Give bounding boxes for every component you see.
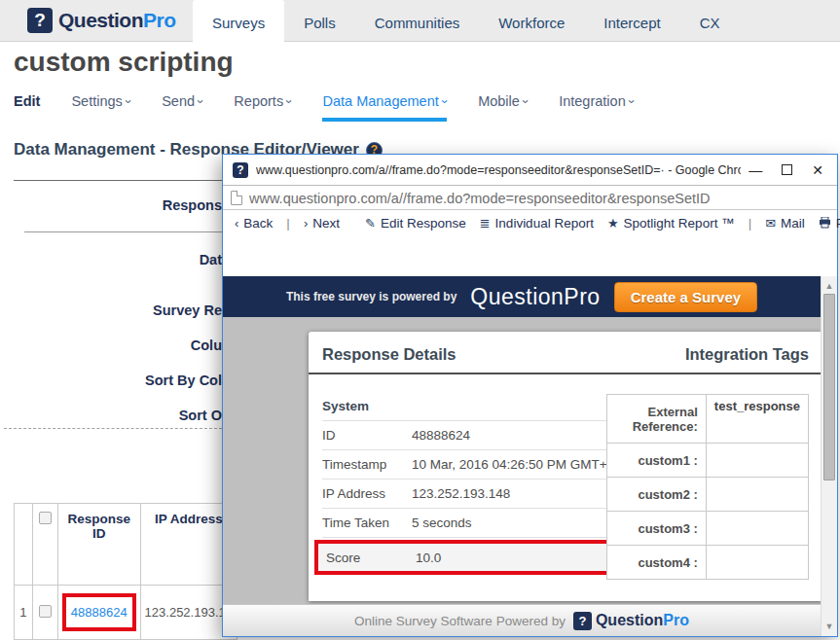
external-reference-value[interactable]: test_response [706,395,808,444]
maximize-button[interactable] [782,164,792,175]
popup-content-area: Response Details Integration Tags System… [223,317,821,636]
chevron-down-icon: › [121,99,135,103]
tab-communities[interactable]: Communities [355,0,480,45]
detail-row-time-taken: Time Taken 5 seconds [322,509,614,538]
individual-report-button[interactable]: ≣Individual Report [480,216,594,231]
integration-tags-heading: Integration Tags [685,345,809,364]
detail-row-ip-address: IP Address 123.252.193.148 [322,480,614,509]
close-button[interactable]: ✕ [812,163,823,177]
mail-icon: ✉ [765,216,776,231]
form-divider [24,231,222,232]
custom3-value[interactable] [706,512,808,546]
detail-row-system: System [322,392,614,421]
print-icon [819,217,831,229]
questionpro-favicon: ? [233,162,248,178]
subnav-data-management[interactable]: Data Management› [322,93,447,119]
logo-text-pro: Pro [143,9,176,31]
logo-text-question: Question [58,9,143,31]
form-label-survey-re: Survey Re [153,302,222,318]
response-editor-popup-window: ? www.questionpro.com/a//frame.do?mode=r… [222,154,838,637]
popup-url-text: www.questionpro.com/a//frame.do?mode=res… [249,191,711,206]
subnav-integration[interactable]: Integration› [559,93,634,119]
mail-button[interactable]: ✉Mail [765,216,805,231]
chevron-down-icon: › [194,99,208,103]
responses-table-header: Response ID IP Address [15,504,237,586]
tag-row-custom3: custom3 : [606,512,808,546]
response-details-heading: Response Details [322,345,457,364]
system-details-list: System ID 48888624 Timestamp 10 Mar, 201… [322,392,614,575]
toolbar-separator: | [286,216,290,231]
tag-row-custom4: custom4 : [606,546,808,580]
tab-surveys[interactable]: Surveys [193,0,284,45]
footer-questionpro-logo[interactable]: ? QuestionPro [573,612,689,630]
tab-cx[interactable]: CX [680,0,740,45]
subnav-mobile[interactable]: Mobile› [478,93,528,119]
detail-row-score-highlighted: Score 10.0 [314,540,622,575]
popup-url-bar[interactable]: www.questionpro.com/a//frame.do?mode=res… [223,187,837,210]
response-details-panel: Response Details Integration Tags System… [309,332,822,601]
table-row: 1 48888624 123.252.193.14 [15,586,237,640]
form-label-response: Respons [163,197,222,213]
chevron-down-icon: › [519,99,533,103]
chevron-right-icon: › [304,216,308,231]
star-icon: ★ [607,216,619,231]
window-controls: — ✕ [749,163,827,177]
responses-table: Response ID IP Address 1 48888624 123.25… [14,503,237,640]
custom2-value[interactable] [706,478,808,512]
header-response-id: Response ID [57,504,140,586]
primary-tabs: Surveys Polls Communities Workforce Inte… [193,0,740,45]
response-toolbar: ‹Back | ›Next ✎Edit Response ≣Individual… [223,211,837,234]
questionpro-logo-icon: ? [27,8,53,33]
chevron-left-icon: ‹ [235,216,238,231]
subnav-send[interactable]: Send› [162,93,202,119]
scrollbar-thumb[interactable] [823,294,835,480]
chevron-down-icon: › [624,99,639,103]
scroll-down-arrow[interactable]: ▼ [822,619,837,634]
panel-divider [309,373,822,374]
back-button[interactable]: ‹Back [235,216,273,231]
form-label-date: Dat [200,252,222,267]
tab-polls[interactable]: Polls [284,0,355,45]
detail-row-id: ID 48888624 [322,421,614,450]
header-checkbox-cell [32,504,57,586]
scroll-up-arrow[interactable]: ▲ [822,278,837,294]
row-checkbox[interactable] [39,605,52,618]
select-all-checkbox[interactable] [39,512,52,524]
response-id-cell: 48888624 [57,586,140,640]
tag-row-custom2: custom2 : [606,478,808,512]
subnav-edit[interactable]: Edit [14,93,40,119]
subnav-settings[interactable]: Settings› [71,93,130,119]
tab-intercept[interactable]: Intercept [584,0,679,45]
page-title: custom scripting [14,47,234,78]
tag-row-custom1: custom1 : [606,444,808,478]
dashed-divider [4,428,222,429]
row-number: 1 [15,586,33,640]
chevron-down-icon: › [437,99,452,103]
list-icon: ≣ [480,216,491,231]
tab-workforce[interactable]: Workforce [479,0,584,45]
popup-scrollbar[interactable]: ▲ ▼ [821,276,837,636]
popup-title-bar[interactable]: ? www.questionpro.com/a//frame.do?mode=r… [223,155,837,186]
spotlight-report-button[interactable]: ★Spotlight Report ™ [607,216,735,231]
toolbar-separator: | [749,216,752,231]
custom4-value[interactable] [706,546,808,580]
popup-footer: Online Survey Software Powered by ? Ques… [223,604,821,636]
custom1-value[interactable] [706,444,808,478]
chevron-down-icon: › [282,99,297,103]
form-label-columns: Colu [191,338,222,353]
red-highlight-box: 48888624 [62,593,136,631]
questionpro-logo[interactable]: ? QuestionPro [27,8,176,33]
subnav-reports[interactable]: Reports› [234,93,291,119]
form-label-sort-order: Sort O [179,408,222,423]
print-button[interactable]: Print [819,216,840,231]
create-a-survey-button[interactable]: Create a Survey [614,282,757,312]
header-row-number [15,504,33,586]
next-button[interactable]: ›Next [304,216,340,231]
response-id-link[interactable]: 48888624 [71,605,128,620]
survey-subnav: Edit Settings› Send› Reports› Data Manag… [14,93,634,119]
form-label-sort-by-col: Sort By Col [145,373,222,388]
integration-tags-table: External Reference: test_response custom… [606,394,809,580]
minimize-button[interactable]: — [749,163,762,177]
edit-response-button[interactable]: ✎Edit Response [365,216,466,231]
footer-text: Online Survey Software Powered by [354,614,566,628]
